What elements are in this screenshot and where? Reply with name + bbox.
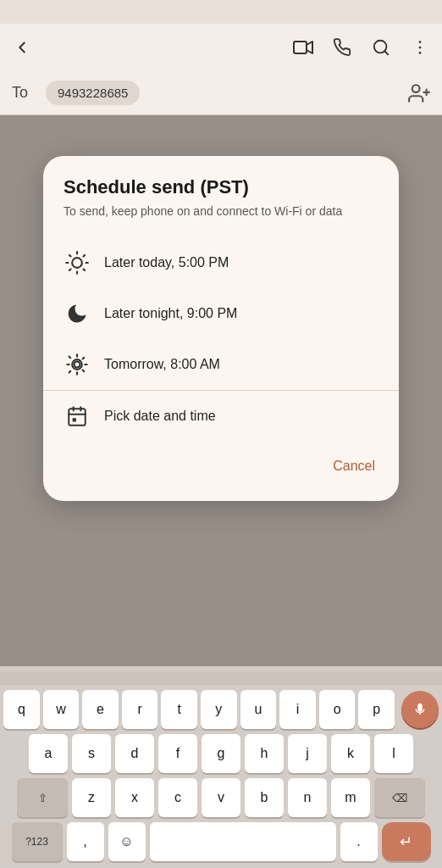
key-u[interactable]: u bbox=[240, 690, 277, 729]
option-pick-date[interactable]: Pick date and time bbox=[43, 391, 399, 442]
option-tomorrow[interactable]: Tomorrow, 8:00 AM bbox=[43, 339, 399, 390]
keyboard: q w e r t y u i o p a s d f g bbox=[0, 666, 442, 868]
back-button[interactable] bbox=[10, 36, 34, 59]
option-tomorrow-text: Tomorrow, 8:00 AM bbox=[104, 357, 220, 372]
search-icon[interactable] bbox=[369, 36, 393, 59]
key-l[interactable]: l bbox=[374, 734, 413, 773]
svg-rect-20 bbox=[69, 409, 86, 426]
key-f[interactable]: f bbox=[158, 734, 197, 773]
key-i[interactable]: i bbox=[279, 690, 316, 729]
svg-point-3 bbox=[419, 41, 422, 43]
key-k[interactable]: k bbox=[331, 734, 370, 773]
key-m[interactable]: m bbox=[331, 778, 370, 817]
key-h[interactable]: h bbox=[245, 734, 284, 773]
key-e[interactable]: e bbox=[82, 690, 119, 729]
key-b[interactable]: b bbox=[245, 778, 284, 817]
key-z[interactable]: z bbox=[72, 778, 111, 817]
key-t[interactable]: t bbox=[161, 690, 197, 729]
gear-sun-icon bbox=[64, 351, 91, 378]
numbers-key[interactable]: ?123 bbox=[12, 822, 63, 861]
key-x[interactable]: x bbox=[115, 778, 154, 817]
sun-icon bbox=[64, 249, 91, 276]
key-n[interactable]: n bbox=[288, 778, 327, 817]
option-later-today[interactable]: Later today, 5:00 PM bbox=[43, 237, 399, 288]
svg-point-5 bbox=[419, 52, 422, 54]
dialog-options: Later today, 5:00 PM Later tonight, 9:00… bbox=[43, 237, 399, 442]
to-field: To 9493228685 bbox=[0, 71, 442, 115]
key-w[interactable]: w bbox=[43, 690, 80, 729]
key-v[interactable]: v bbox=[202, 778, 240, 817]
suggest-item[interactable] bbox=[67, 676, 80, 680]
svg-line-16 bbox=[69, 269, 71, 270]
key-g[interactable]: g bbox=[202, 734, 240, 773]
svg-line-2 bbox=[384, 51, 388, 54]
add-contact-button[interactable] bbox=[408, 82, 430, 104]
svg-line-17 bbox=[83, 255, 85, 257]
suggest-item[interactable] bbox=[214, 676, 228, 680]
suggest-item[interactable] bbox=[362, 676, 375, 680]
dialog-subtitle: To send, keep phone on and connect to Wi… bbox=[64, 203, 378, 220]
svg-point-9 bbox=[72, 258, 82, 268]
svg-point-4 bbox=[419, 47, 422, 49]
svg-rect-0 bbox=[294, 42, 307, 53]
svg-point-6 bbox=[412, 85, 420, 92]
phone-chip[interactable]: 9493228685 bbox=[46, 81, 140, 105]
more-vert-icon[interactable] bbox=[408, 36, 432, 59]
phone-icon[interactable] bbox=[330, 36, 354, 59]
schedule-send-dialog: Schedule send (PST) To send, keep phone … bbox=[43, 156, 399, 501]
option-pick-date-text: Pick date and time bbox=[104, 409, 216, 424]
video-camera-icon[interactable] bbox=[291, 36, 315, 59]
key-r[interactable]: r bbox=[122, 690, 158, 729]
option-later-today-text: Later today, 5:00 PM bbox=[104, 255, 229, 270]
comma-key[interactable]: , bbox=[67, 822, 104, 861]
svg-point-18 bbox=[75, 361, 80, 367]
key-s[interactable]: s bbox=[72, 734, 111, 773]
svg-line-13 bbox=[83, 269, 85, 270]
emoji-key[interactable]: ☺ bbox=[108, 822, 146, 861]
option-later-tonight-text: Later tonight, 9:00 PM bbox=[104, 306, 237, 321]
key-p[interactable]: p bbox=[358, 690, 395, 729]
mic-button[interactable] bbox=[401, 691, 439, 728]
space-key[interactable] bbox=[150, 822, 336, 861]
status-bar bbox=[0, 0, 442, 24]
to-label: To bbox=[12, 84, 36, 102]
top-bar bbox=[0, 24, 442, 71]
dialog-title: Schedule send (PST) bbox=[64, 176, 378, 198]
option-later-tonight[interactable]: Later tonight, 9:00 PM bbox=[43, 288, 399, 339]
key-a[interactable]: a bbox=[29, 734, 68, 773]
svg-line-12 bbox=[69, 255, 71, 257]
key-d[interactable]: d bbox=[115, 734, 154, 773]
key-q[interactable]: q bbox=[3, 690, 40, 729]
main-area: Schedule send (PST) To send, keep phone … bbox=[0, 115, 442, 868]
key-o[interactable]: o bbox=[319, 690, 356, 729]
key-y[interactable]: y bbox=[201, 690, 237, 729]
moon-icon bbox=[64, 300, 91, 327]
delete-key[interactable]: ⌫ bbox=[374, 778, 425, 817]
enter-key[interactable]: ↵ bbox=[382, 822, 431, 861]
key-c[interactable]: c bbox=[158, 778, 197, 817]
calendar-icon bbox=[64, 403, 91, 430]
key-j[interactable]: j bbox=[288, 734, 327, 773]
dialog-header: Schedule send (PST) To send, keep phone … bbox=[43, 176, 399, 227]
svg-rect-24 bbox=[73, 418, 76, 421]
cancel-button[interactable]: Cancel bbox=[329, 452, 378, 481]
dialog-footer: Cancel bbox=[43, 442, 399, 494]
shift-key[interactable]: ⇧ bbox=[17, 778, 68, 817]
suggestion-bar bbox=[0, 671, 442, 685]
period-key[interactable]: . bbox=[340, 822, 378, 861]
